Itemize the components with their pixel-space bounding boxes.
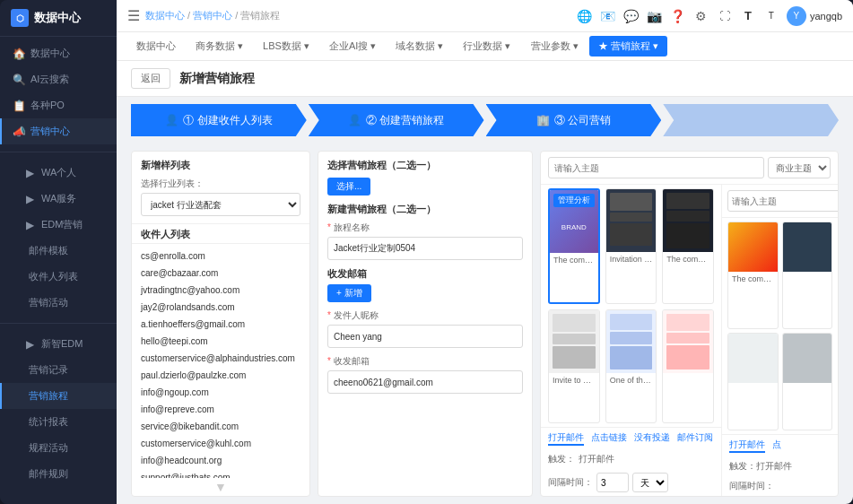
tab-lbs[interactable]: LBS数据 ▾ xyxy=(254,36,318,56)
add-inbox-btn[interactable]: + 新增 xyxy=(327,284,371,302)
email-item-3[interactable]: jay2@rolandsands.com xyxy=(132,299,309,316)
sidebar-item-youjian-muban[interactable]: 邮件模板 xyxy=(0,238,117,264)
sidebar-item-tongji-baobiao[interactable]: 统计报表 xyxy=(0,409,117,435)
industry-select[interactable]: jacket 行业选配套 xyxy=(141,193,300,216)
sidebar-item-ai[interactable]: 🔍 AI云搜索 xyxy=(0,66,117,92)
sidebar-item-yingxiao[interactable]: 📣 营销中心 xyxy=(0,118,117,144)
globe-icon[interactable]: 🌐 xyxy=(577,8,593,24)
tab-shuju[interactable]: 数据中心 xyxy=(127,36,185,56)
sidebar-item-shourenzhangjia[interactable]: 收件人列表 xyxy=(0,264,117,290)
second-search-input[interactable] xyxy=(727,190,838,212)
second-template-card-1[interactable]: The combinati... xyxy=(727,222,779,329)
preview-strip xyxy=(553,334,596,344)
sidebar-item-wa-geren[interactable]: ▶ WA个人 xyxy=(0,160,117,186)
sender-input[interactable] xyxy=(327,325,523,348)
step-4[interactable] xyxy=(663,104,839,136)
select-btn[interactable]: 选择... xyxy=(327,178,370,196)
template-card-1[interactable]: 管理分析 BRAND The combination of design, xyxy=(548,188,600,304)
template-search-input[interactable] xyxy=(548,157,764,178)
settings-icon[interactable]: ⚙ xyxy=(693,8,709,24)
interval-unit-select[interactable]: 天 xyxy=(632,473,668,492)
sidebar-item-wa-fuwu[interactable]: ▶ WA服务 xyxy=(0,186,117,212)
sidebar-item-richeng-guize[interactable]: 邮件规则 xyxy=(0,461,117,487)
tab-yingxiao-lucheng[interactable]: ★ 营销旅程 ▾ xyxy=(589,36,667,56)
email-item-12[interactable]: info@headcount.org xyxy=(132,452,309,469)
template-card-5[interactable]: One of the simpler and... xyxy=(605,309,657,423)
email-item-10[interactable]: service@bikebandit.com xyxy=(132,418,309,435)
email-item-13[interactable]: support@justbats.com xyxy=(132,469,309,478)
back-button[interactable]: 返回 xyxy=(131,68,170,89)
arrow-icon: ▶ xyxy=(23,338,36,351)
template-card-4[interactable]: Invite to attend... xyxy=(548,309,600,423)
second-stat-click[interactable]: 点 xyxy=(772,439,781,453)
email-item-9[interactable]: info@repreve.com xyxy=(132,401,309,418)
tab-yuming[interactable]: 域名数据 ▾ xyxy=(387,36,452,56)
tab-ai[interactable]: 企业AI搜 ▾ xyxy=(320,36,385,56)
user-profile[interactable]: Y yangqb xyxy=(787,6,842,26)
tab-yingye[interactable]: 营业参数 ▾ xyxy=(522,36,588,56)
step3-icon: 🏢 xyxy=(536,114,550,126)
step-3[interactable]: 🏢 ③ 公司营销 xyxy=(486,104,662,136)
sidebar-item-yingxiao-lucheng[interactable]: 营销旅程 xyxy=(0,383,117,409)
receiver-input[interactable] xyxy=(327,370,523,394)
template-thumb-4 xyxy=(549,310,599,373)
second-stat-open[interactable]: 打开邮件 xyxy=(729,439,765,453)
template-thumb-3 xyxy=(663,189,713,252)
template-preview-5 xyxy=(606,310,657,373)
sidebar: ⬡ 数据中心 🏠 数据中心 🔍 AI云搜索 📋 各种PO 📣 营销中心 xyxy=(0,0,117,504)
sidebar-item-guke[interactable]: 📋 各种PO xyxy=(0,92,117,118)
camera-icon[interactable]: 📷 xyxy=(647,8,663,24)
email-item-8[interactable]: info@ngoup.com xyxy=(132,384,309,401)
sidebar-item-xin-edm[interactable]: ▶ 新智EDM xyxy=(0,331,117,357)
second-template-card-3[interactable] xyxy=(727,333,779,431)
interval-input[interactable] xyxy=(596,473,629,492)
email-icon[interactable]: 📧 xyxy=(600,8,616,24)
stat-unsub[interactable]: 邮件订阅 xyxy=(677,431,713,446)
sidebar-item-guilv-huodong[interactable]: 规程活动 xyxy=(0,435,117,461)
font-icon-t1: T xyxy=(740,8,756,24)
template-card-3[interactable]: The combination xyxy=(662,188,714,304)
email-item-6[interactable]: customerservice@alphaindustries.com xyxy=(132,350,309,367)
receiver-email-group: * 收发邮箱 xyxy=(327,355,523,394)
template-card-6[interactable] xyxy=(662,309,714,423)
email-item-1[interactable]: care@cbazaar.com xyxy=(132,265,309,282)
tab-shangwu[interactable]: 商务数据 ▾ xyxy=(187,36,252,56)
breadcrumb-yingxiao[interactable]: 营销中心 xyxy=(193,10,232,21)
sidebar-item-edm[interactable]: ▶ EDM营销 xyxy=(0,212,117,238)
help-icon[interactable]: ❓ xyxy=(670,8,686,24)
stat-click[interactable]: 点击链接 xyxy=(591,431,627,446)
receiver-label: * 收发邮箱 xyxy=(327,355,523,368)
second-template-card-4[interactable] xyxy=(782,333,833,431)
email-item-7[interactable]: paul.dzierlo@paulzke.com xyxy=(132,367,309,384)
template-card-2[interactable]: Invitation your to lapo xyxy=(605,188,657,304)
second-template-name-2 xyxy=(783,272,832,277)
tab-hangye[interactable]: 行业数据 ▾ xyxy=(454,36,519,56)
email-item-2[interactable]: jvtradingtnc@yahoo.com xyxy=(132,282,309,299)
email-item-11[interactable]: customerservice@kuhl.com xyxy=(132,435,309,452)
stat-open[interactable]: 打开邮件 xyxy=(548,431,584,446)
sidebar-item-yingxiao-jilu[interactable]: 营销记录 xyxy=(0,357,117,383)
condition-label: 触发： xyxy=(548,453,575,465)
hamburger-icon[interactable]: ☰ xyxy=(127,7,140,24)
preview-strip xyxy=(610,193,653,211)
chat-icon[interactable]: 💬 xyxy=(623,8,640,24)
email-item-4[interactable]: a.tienhoeffers@gmail.com xyxy=(132,316,309,333)
preview-strip xyxy=(666,211,709,222)
sidebar-item-shuju[interactable]: 🏠 数据中心 xyxy=(0,40,117,66)
stat-nodeliver[interactable]: 没有投递 xyxy=(634,431,670,446)
email-item-0[interactable]: cs@enrolla.com xyxy=(132,248,309,265)
email-item-5[interactable]: hello@teepi.com xyxy=(132,333,309,350)
journey-name-input[interactable] xyxy=(327,237,523,260)
sidebar-label: 营销旅程 xyxy=(29,389,68,403)
journey-name-label: * 旅程名称 xyxy=(327,222,523,234)
sidebar-label: 营销中心 xyxy=(30,125,70,138)
sidebar-item-yingxiao-huodong[interactable]: 营销活动 xyxy=(0,290,117,316)
fullscreen-icon[interactable]: ⛶ xyxy=(717,8,733,24)
second-template-card-2[interactable] xyxy=(782,222,833,329)
sidebar-label: 收件人列表 xyxy=(29,270,78,283)
journey-content: 选择营销旅程（二选一） 选择... 新建营销旅程（二选一） * 旅程名称 收发邮… xyxy=(318,152,532,496)
step-2[interactable]: 👤 ② 创建营销旅程 xyxy=(309,104,484,136)
step-1[interactable]: 👤 ① 创建收件人列表 xyxy=(131,104,307,136)
breadcrumb-home[interactable]: 数据中心 xyxy=(145,10,185,21)
template-category-select[interactable]: 商业主题 xyxy=(768,157,831,178)
